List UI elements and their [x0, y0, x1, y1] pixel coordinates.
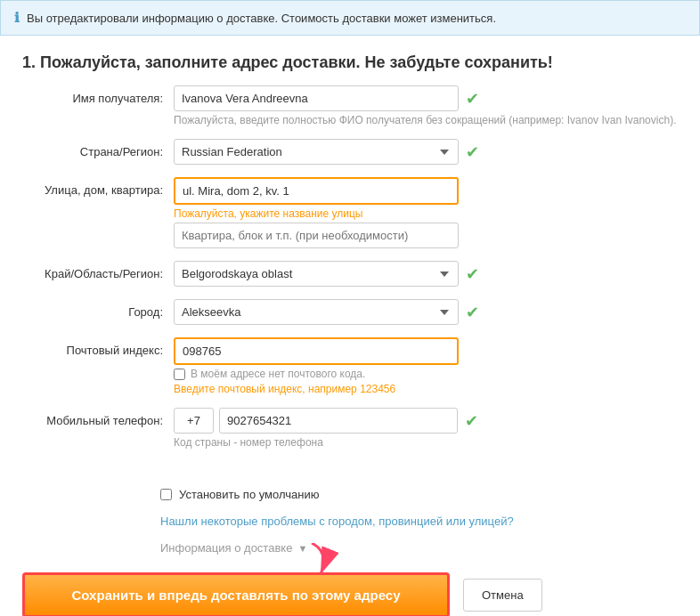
postal-error: Введите почтовый индекс, например 123456: [174, 383, 678, 395]
region-input-group: Belgorodskaya oblast ✔: [174, 261, 678, 287]
region-select[interactable]: Belgorodskaya oblast: [174, 261, 459, 287]
no-postal-checkbox[interactable]: [174, 369, 185, 380]
region-row: Край/Область/Регион: Belgorodskaya oblas…: [22, 261, 678, 287]
phone-input-group: ✔: [174, 408, 678, 434]
region-field-wrapper: Belgorodskaya oblast ✔: [174, 261, 678, 287]
country-row: Страна/Регион: Russian Federation ✔: [22, 139, 678, 165]
region-check-icon: ✔: [466, 264, 479, 284]
default-checkbox[interactable]: [160, 489, 172, 500]
arrow-container: [285, 543, 338, 579]
postal-row: Почтовый индекс: В моём адресе нет почто…: [22, 337, 678, 395]
banner-text: Вы отредактировали информацию о доставке…: [27, 12, 496, 25]
recipient-hint: Пожалуйста, введите полностью ФИО получа…: [174, 114, 678, 126]
arrow-icon: [285, 543, 338, 579]
city-input-group: Alekseevka ✔: [174, 299, 678, 325]
street-field-wrapper: Пожалуйста, укажите название улицы: [174, 177, 678, 248]
recipient-input-group: ✔: [174, 85, 678, 111]
delivery-info-label: Информация о доставке: [160, 541, 292, 555]
phone-row: Мобильный телефон: ✔ Код страны - номер …: [22, 408, 678, 449]
phone-prefix-group: [174, 408, 458, 434]
country-check-icon: ✔: [466, 142, 479, 162]
info-banner: ℹ Вы отредактировали информацию о достав…: [0, 0, 700, 36]
city-label: Город:: [22, 299, 174, 319]
city-field-wrapper: Alekseevka ✔: [174, 299, 678, 325]
country-field-wrapper: Russian Federation ✔: [174, 139, 678, 165]
problem-link-section: Нашли некоторые проблемы с городом, пров…: [0, 510, 700, 532]
phone-field-wrapper: ✔ Код страны - номер телефона: [174, 408, 678, 449]
country-input-group: Russian Federation ✔: [174, 139, 678, 165]
action-row: Сохранить и впредь доставлять по этому а…: [0, 559, 700, 616]
recipient-input[interactable]: [174, 85, 459, 111]
no-postal-label: В моём адресе нет почтового кода.: [191, 368, 365, 380]
postal-label: Почтовый индекс:: [22, 337, 174, 357]
postal-field-wrapper: В моём адресе нет почтового кода. Введит…: [174, 337, 678, 395]
street-row: Улица, дом, квартира: Пожалуйста, укажит…: [22, 177, 678, 248]
phone-check-icon: ✔: [465, 411, 478, 431]
problem-link[interactable]: Нашли некоторые проблемы с городом, пров…: [160, 515, 514, 528]
city-row: Город: Alekseevka ✔: [22, 299, 678, 325]
recipient-label: Имя получателя:: [22, 85, 174, 105]
region-label: Край/Область/Регион:: [22, 261, 174, 280]
recipient-check-icon: ✔: [466, 89, 479, 109]
section-title: 1. Пожалуйста, заполните адрес доставки.…: [0, 36, 700, 81]
phone-prefix-input[interactable]: [174, 408, 214, 434]
city-check-icon: ✔: [466, 303, 479, 322]
street-label: Улица, дом, квартира:: [22, 177, 174, 197]
info-icon: ℹ: [14, 10, 20, 26]
default-label: Установить по умолчанию: [179, 488, 319, 501]
recipient-field-wrapper: ✔ Пожалуйста, введите полностью ФИО полу…: [174, 85, 678, 126]
apartment-input[interactable]: [174, 223, 459, 248]
country-label: Страна/Регион:: [22, 139, 174, 158]
no-postal-row: В моём адресе нет почтового кода.: [174, 368, 678, 380]
form-container: Имя получателя: ✔ Пожалуйста, введите по…: [0, 81, 700, 479]
recipient-row: Имя получателя: ✔ Пожалуйста, введите по…: [22, 85, 678, 126]
delivery-info-section[interactable]: Информация о доставке ▼: [0, 532, 700, 559]
country-select[interactable]: Russian Federation: [174, 139, 459, 165]
cancel-button[interactable]: Отмена: [463, 579, 542, 612]
city-select[interactable]: Alekseevka: [174, 299, 459, 325]
street-error: Пожалуйста, укажите название улицы: [174, 207, 678, 220]
street-input[interactable]: [174, 177, 459, 205]
default-section: Установить по умолчанию: [0, 479, 700, 510]
save-button[interactable]: Сохранить и впредь доставлять по этому а…: [22, 572, 450, 616]
phone-number-input[interactable]: [219, 408, 458, 434]
phone-label: Мобильный телефон:: [22, 408, 174, 427]
postal-input[interactable]: [174, 337, 459, 365]
phone-hint: Код страны - номер телефона: [174, 436, 678, 449]
